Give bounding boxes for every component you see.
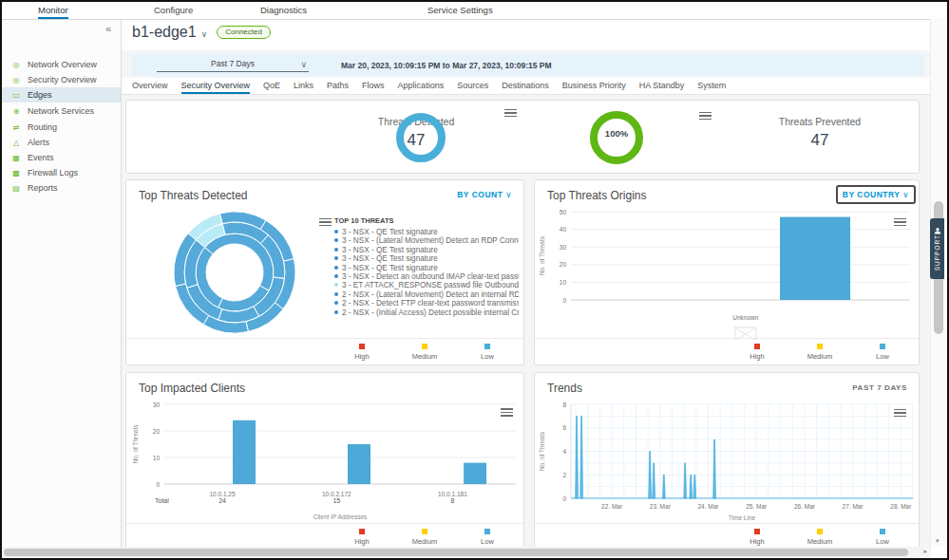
page-title: b1-edge1∨Connected xyxy=(132,24,271,41)
time-range-value: Past 7 Days xyxy=(211,59,255,68)
sidebar-item-routing[interactable]: ⇄ Routing xyxy=(2,120,121,135)
tab-business-priority[interactable]: Business Priority xyxy=(562,81,626,94)
nav-monitor[interactable]: Monitor xyxy=(38,5,68,19)
tab-applications[interactable]: Applications xyxy=(398,81,445,94)
impacted-clients-bar-chart: 0102030No. of Threats10.0.1.252410.0.2.1… xyxy=(126,373,523,525)
top-threats-origins-panel: Top Threats Origins BY COUNTRY ∨ 0102030… xyxy=(534,179,920,365)
legend-item: 2 - NSX - (Lateral Movement) Detect an i… xyxy=(334,290,519,299)
sidebar-label: Edges xyxy=(28,90,52,100)
trends-panel: Trends PAST 7 DAYS 02468No. of Threats22… xyxy=(534,372,920,551)
sidebar-item-network-overview[interactable]: ◎ Network Overview xyxy=(2,57,121,72)
security-overview-icon: ◎ xyxy=(10,76,22,84)
reports-icon: ▤ xyxy=(10,184,22,193)
severity-low: Low xyxy=(854,344,911,361)
svg-text:10.0.2.172: 10.0.2.172 xyxy=(322,491,351,497)
support-tab[interactable]: SUPPORT xyxy=(930,218,944,279)
sidebar-collapse-icon[interactable]: « xyxy=(105,23,111,34)
svg-text:8: 8 xyxy=(562,401,566,408)
top-impacted-clients-panel: Top Impacted Clients 0102030No. of Threa… xyxy=(125,372,524,551)
legend-title: TOP 10 THREATS xyxy=(334,216,519,225)
legend-item: 2 - NSX - (Initial Access) Detect possib… xyxy=(334,308,519,317)
chart-menu-icon[interactable] xyxy=(894,218,906,227)
edges-icon: ▭ xyxy=(10,91,22,100)
tab-security-overview[interactable]: Security Overview xyxy=(181,81,251,94)
nav-service-settings[interactable]: Service Settings xyxy=(427,5,493,17)
by-count-dropdown[interactable]: BY COUNT ∨ xyxy=(457,190,512,199)
legend-item: 2 - NSX - Detect FTP clear-text password… xyxy=(334,299,519,308)
tab-paths[interactable]: Paths xyxy=(327,81,349,94)
chart-menu-icon[interactable] xyxy=(894,409,906,418)
svg-text:50: 50 xyxy=(560,209,567,215)
firewall-logs-icon: ▩ xyxy=(10,169,22,177)
sidebar-item-edges[interactable]: ▭ Edges xyxy=(2,87,121,103)
sidebar-item-events[interactable]: ▦ Events xyxy=(2,150,121,165)
severity-legend: High Medium Low xyxy=(535,338,919,364)
low-swatch xyxy=(484,529,490,534)
sidebar-label: Routing xyxy=(28,122,57,132)
time-range-select[interactable]: Past 7 Days ∨ xyxy=(157,59,309,72)
chart-menu-icon[interactable] xyxy=(319,218,332,227)
severity-low: Low xyxy=(459,529,516,546)
date-range-bar: Past 7 Days ∨ Mar 20, 2023, 10:09:15 PM … xyxy=(132,54,923,76)
severity-legend: High Medium Low xyxy=(535,523,919,550)
svg-text:28. Mar: 28. Mar xyxy=(890,503,912,510)
severity-legend: High Medium Low xyxy=(126,523,523,550)
svg-text:Time Line: Time Line xyxy=(729,514,756,521)
tab-overview[interactable]: Overview xyxy=(132,81,168,94)
severity-low: Low xyxy=(854,529,911,546)
tab-system[interactable]: System xyxy=(697,81,726,94)
tab-sources[interactable]: Sources xyxy=(457,81,488,94)
chart-menu-icon[interactable] xyxy=(699,112,712,121)
legend-item: 3 - ET ATTACK_RESPONSE passwd file Outbo… xyxy=(334,281,519,289)
scroll-right-icon[interactable]: ▸ xyxy=(923,548,927,555)
severity-high: High xyxy=(729,529,786,546)
sidebar-label: Alerts xyxy=(28,138,49,147)
tab-ha-standby[interactable]: HA Standby xyxy=(639,81,685,94)
horizontal-scrollbar[interactable]: ▸ xyxy=(2,547,931,558)
low-swatch xyxy=(484,344,490,349)
threats-prevented-stat: Threats Prevented 47 xyxy=(720,116,920,150)
chevron-down-icon: ∨ xyxy=(300,60,307,69)
date-range-text: Mar 20, 2023, 10:09:15 PM to Mar 27, 202… xyxy=(341,61,552,70)
chart-menu-icon[interactable] xyxy=(504,109,517,118)
medium-swatch xyxy=(422,529,427,534)
chart-menu-icon[interactable] xyxy=(501,408,513,417)
svg-text:30: 30 xyxy=(153,401,161,408)
sidebar-item-alerts[interactable]: △ Alerts xyxy=(2,135,121,150)
routing-icon: ⇄ xyxy=(10,123,22,132)
svg-text:24: 24 xyxy=(218,497,226,504)
scroll-down-icon[interactable]: ▾ xyxy=(936,537,940,545)
vertical-scrollbar[interactable]: ▾ xyxy=(930,19,947,547)
threats-prevented-label: Threats Prevented xyxy=(720,116,920,127)
svg-text:25. Mar: 25. Mar xyxy=(746,503,768,510)
svg-text:27. Mar: 27. Mar xyxy=(843,503,864,510)
svg-text:23. Mar: 23. Mar xyxy=(650,503,672,510)
nav-configure[interactable]: Configure xyxy=(154,5,193,17)
nav-diagnostics[interactable]: Diagnostics xyxy=(260,5,307,17)
svg-text:10: 10 xyxy=(153,455,161,461)
horizontal-scrollbar-thumb[interactable] xyxy=(4,549,908,556)
high-swatch xyxy=(754,529,760,534)
svg-text:Unknown: Unknown xyxy=(732,314,758,321)
by-count-label: BY COUNT xyxy=(457,190,503,199)
sidebar-item-network-services[interactable]: ⊕ Network Services xyxy=(2,103,121,119)
severity-high: High xyxy=(333,344,390,361)
top-threats-detected-panel: Top Threats Detected BY COUNT ∨ TOP 10 T… xyxy=(125,179,524,365)
tab-flows[interactable]: Flows xyxy=(362,81,385,94)
svg-text:No. of Threats: No. of Threats xyxy=(539,431,545,471)
tab-destinations[interactable]: Destinations xyxy=(502,81,549,94)
svg-text:0: 0 xyxy=(156,481,160,488)
chevron-down-icon[interactable]: ∨ xyxy=(201,29,208,39)
edge-name: b1-edge1 xyxy=(132,24,197,40)
sidebar-label: Events xyxy=(28,153,54,162)
sidebar-item-firewall-logs[interactable]: ▩ Firewall Logs xyxy=(2,165,121,180)
svg-text:10.0.1.181: 10.0.1.181 xyxy=(438,491,467,497)
legend-item: 3 - NSX - QE Test signature xyxy=(334,228,519,236)
tab-qoe[interactable]: QoE xyxy=(263,81,280,94)
threats-detected-donut xyxy=(392,109,449,166)
sidebar-item-security-overview[interactable]: ◎ Security Overview xyxy=(2,72,121,87)
tab-links[interactable]: Links xyxy=(294,81,313,94)
sidebar-label: Firewall Logs xyxy=(28,168,78,177)
sidebar-item-reports[interactable]: ▤ Reports xyxy=(2,180,121,196)
svg-text:No. of Threats: No. of Threats xyxy=(539,235,545,275)
